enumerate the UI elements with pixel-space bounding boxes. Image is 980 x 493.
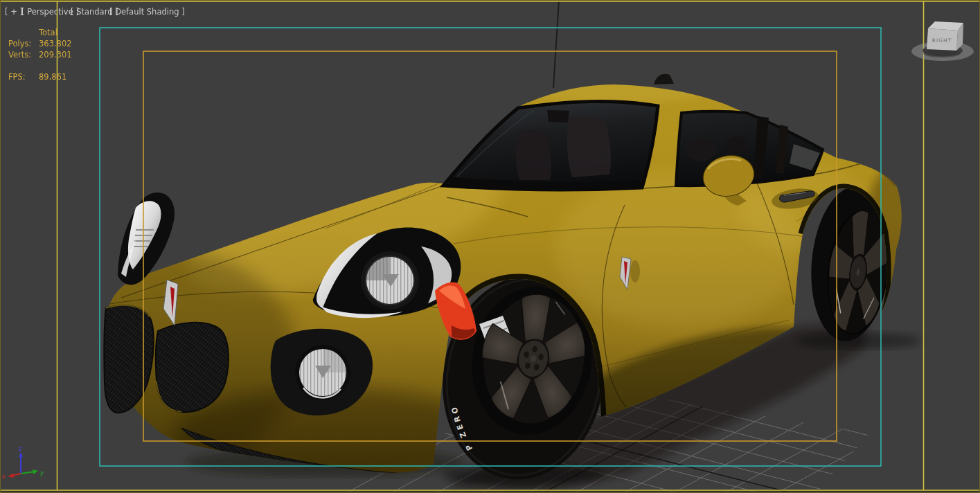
viewcube-face-label[interactable]: RIGHT — [932, 37, 952, 44]
stats-fps-value: 89,861 — [39, 72, 66, 82]
viewport-menu-shading[interactable]: [ Default Shading ] — [109, 7, 185, 17]
rearview-mirror — [547, 110, 569, 123]
stats-fps-label: FPS: — [8, 72, 26, 82]
stats-polys-value: 363.802 — [39, 39, 72, 48]
stats-total-header: Total — [38, 28, 57, 37]
viewport-menu-general[interactable]: [ + ] — [5, 7, 23, 17]
viewport-label: [ + ] [ Perspective ] [ Standard ] [ Def… — [5, 7, 185, 17]
viewport-canvas[interactable]: P ZERO 255/45 R 20 — [0, 0, 980, 493]
stats-verts-value: 209.301 — [39, 50, 72, 60]
stats-polys-label: Polys: — [8, 39, 31, 48]
stats-verts-label: Verts: — [8, 50, 31, 60]
viewport[interactable]: P ZERO 255/45 R 20 — [0, 0, 980, 493]
